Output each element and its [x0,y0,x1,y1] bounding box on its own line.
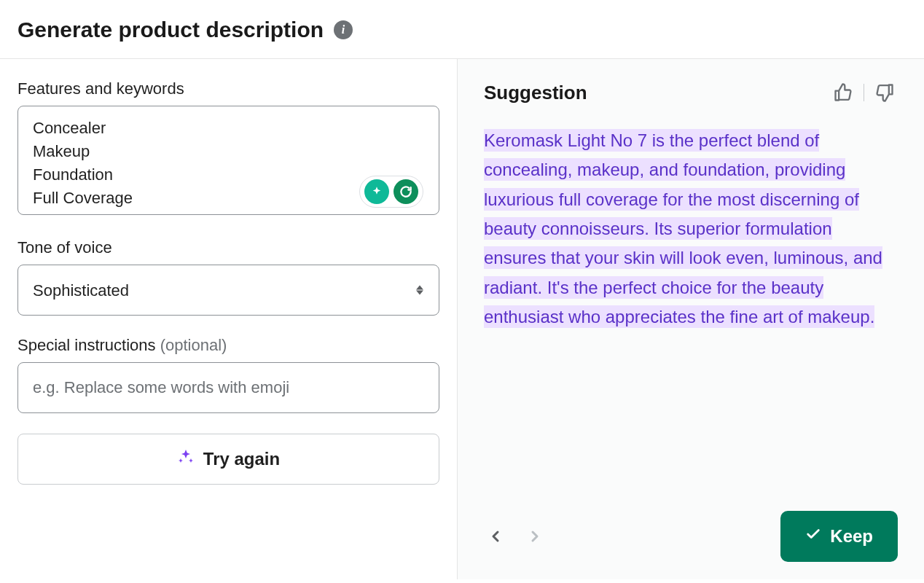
special-field: Special instructions (optional) [17,336,439,413]
page-header: Generate product description i [0,0,924,59]
next-suggestion-button[interactable] [523,525,547,548]
tone-label: Tone of voice [17,238,439,257]
special-input[interactable] [17,362,439,413]
thumbs-divider [864,84,864,101]
special-label-text: Special instructions [17,336,160,354]
thumbs-up-icon [833,82,853,103]
features-field: Features and keywords [17,79,439,218]
grammarly-widget[interactable] [359,176,423,208]
page-title: Generate product description [17,17,324,42]
feedback-thumbs [830,79,898,106]
body-split: Features and keywords Tone of voice Soph… [0,59,924,579]
chevron-right-icon [526,528,544,545]
tone-field: Tone of voice Sophisticated [17,238,439,316]
check-icon [805,526,821,547]
keep-button[interactable]: Keep [780,511,898,562]
sparkle-icon [177,448,195,470]
suggestion-highlight: Keromask Light No 7 is the perfect blend… [484,129,882,328]
form-panel: Features and keywords Tone of voice Soph… [0,59,458,579]
suggestion-footer: Keep [484,496,898,562]
chevron-left-icon [487,528,504,545]
suggestion-header: Suggestion [484,79,898,106]
special-label: Special instructions (optional) [17,336,439,355]
grammarly-tone-icon [364,179,389,204]
try-again-label: Try again [203,449,280,469]
suggestion-heading: Suggestion [484,82,587,104]
special-optional-text: (optional) [160,336,227,354]
thumbs-down-icon [874,82,895,103]
suggestion-pager [484,525,547,548]
try-again-button[interactable]: Try again [17,434,439,485]
thumbs-up-button[interactable] [830,79,856,106]
keep-label: Keep [830,526,873,547]
tone-select-wrap: Sophisticated [17,265,439,316]
grammarly-logo-icon [394,179,418,204]
features-textarea-wrap [17,106,439,218]
suggestion-text: Keromask Light No 7 is the perfect blend… [484,126,898,332]
thumbs-down-button[interactable] [872,79,898,106]
features-label: Features and keywords [17,79,439,98]
suggestion-panel: Suggestion Keromask Light No 7 is the pe… [458,59,924,579]
prev-suggestion-button[interactable] [484,525,507,548]
info-icon[interactable]: i [334,20,353,39]
tone-select[interactable]: Sophisticated [17,265,439,316]
